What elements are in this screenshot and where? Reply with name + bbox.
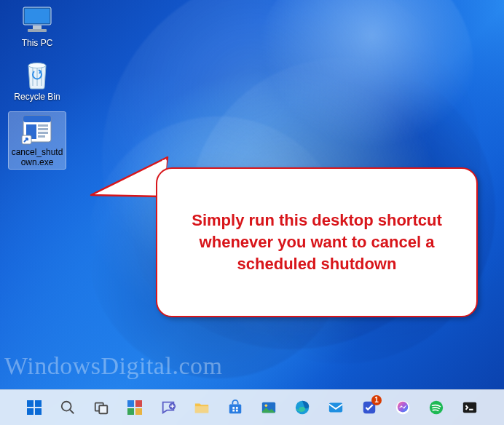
annotation-callout: Simply run this desktop shortcut wheneve… (156, 167, 478, 317)
taskbar-widgets[interactable] (120, 393, 149, 422)
taskbar-mail[interactable] (321, 393, 350, 422)
desktop-icon-label: This PC (9, 38, 66, 48)
search-icon (59, 399, 76, 416)
svg-rect-23 (127, 408, 134, 415)
taskbar-search[interactable] (53, 393, 82, 422)
svg-rect-10 (38, 132, 48, 134)
mail-icon (327, 399, 344, 416)
svg-rect-2 (33, 25, 42, 29)
windows-logo-icon (25, 399, 43, 416)
desktop-icon-this-pc[interactable]: This PC (9, 4, 66, 48)
svg-point-33 (265, 404, 268, 407)
watermark: WindowsDigital.com (4, 352, 222, 380)
microsoft-store-icon (227, 399, 244, 416)
taskbar-chat[interactable] (154, 393, 183, 422)
desktop-icon-column: This PC Recycle Bin (9, 4, 74, 179)
spotify-icon (428, 399, 445, 416)
desktop-icon-label: cancel_shutdown.exe (9, 147, 66, 167)
svg-rect-30 (232, 410, 235, 412)
svg-rect-40 (463, 402, 476, 413)
svg-rect-3 (28, 29, 47, 32)
taskbar: 1 (0, 389, 504, 425)
desktop-icon-label: Recycle Bin (9, 92, 66, 102)
terminal-icon (461, 399, 479, 416)
chat-icon (160, 399, 177, 416)
file-explorer-icon (193, 399, 210, 416)
recycle-bin-icon (20, 58, 55, 90)
taskbar-messenger[interactable] (388, 393, 417, 422)
taskbar-file-explorer[interactable] (187, 393, 216, 422)
svg-rect-21 (127, 400, 134, 407)
svg-rect-14 (35, 400, 42, 407)
taskbar-photos[interactable] (254, 393, 283, 422)
start-button[interactable] (20, 393, 49, 422)
svg-rect-29 (236, 407, 238, 409)
widgets-icon (126, 399, 143, 416)
svg-rect-8 (38, 124, 48, 127)
desktop-icon-cancel-shutdown[interactable]: cancel_shutdown.exe (9, 112, 66, 169)
desktop[interactable]: This PC Recycle Bin (0, 0, 504, 425)
svg-rect-9 (38, 128, 48, 130)
svg-rect-1 (25, 9, 50, 23)
svg-rect-28 (232, 407, 235, 409)
svg-rect-16 (35, 408, 42, 415)
taskbar-spotify[interactable] (422, 393, 451, 422)
svg-line-18 (70, 410, 74, 414)
task-view-icon (92, 399, 110, 416)
taskbar-edge[interactable] (288, 393, 317, 422)
taskbar-microsoft-store[interactable] (221, 393, 250, 422)
svg-rect-26 (195, 406, 208, 413)
messenger-icon (394, 399, 412, 416)
shortcut-exe-icon (20, 114, 55, 146)
desktop-icon-recycle-bin[interactable]: Recycle Bin (9, 58, 66, 102)
svg-rect-27 (229, 404, 242, 413)
svg-rect-22 (135, 400, 142, 407)
edge-icon (294, 399, 311, 416)
notification-badge: 1 (371, 395, 382, 405)
annotation-text: Simply run this desktop shortcut wheneve… (178, 210, 456, 274)
svg-point-17 (62, 402, 71, 411)
svg-rect-13 (27, 400, 34, 407)
svg-rect-6 (23, 116, 51, 122)
taskbar-todo[interactable]: 1 (355, 393, 384, 422)
svg-rect-11 (38, 135, 45, 138)
svg-rect-15 (27, 408, 34, 415)
svg-rect-35 (329, 403, 342, 413)
svg-point-4 (28, 63, 46, 68)
taskbar-task-view[interactable] (87, 393, 116, 422)
this-pc-icon (20, 4, 55, 36)
svg-rect-31 (236, 410, 238, 412)
watermark-text: WindowsDigital.com (4, 352, 222, 379)
taskbar-terminal[interactable] (455, 393, 484, 422)
svg-rect-24 (135, 408, 142, 415)
svg-rect-20 (99, 405, 107, 413)
photos-icon (260, 399, 277, 416)
